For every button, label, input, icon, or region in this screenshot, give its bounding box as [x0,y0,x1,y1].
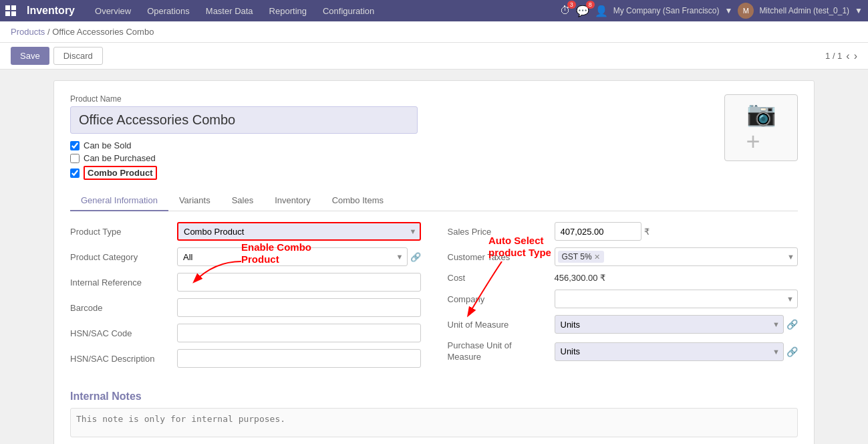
internal-reference-label: Internal Reference [70,278,177,288]
main-content: Enable ComboProduct Auto Selectproduct T… [0,70,868,444]
product-category-external-link-icon[interactable]: 🔗 [410,252,421,262]
uom-select[interactable]: Units kg g [555,315,784,334]
nav-configuration[interactable]: Configuration [316,0,381,21]
breadcrumb-parent[interactable]: Products [11,27,45,37]
uom-select-wrapper: Units kg g ▼ [555,315,784,334]
product-name-input[interactable] [70,106,418,134]
sales-price-input[interactable] [555,222,641,241]
app-title: Inventory [27,5,75,17]
nav-items: Overview Operations Master Data Reportin… [88,0,560,21]
contacts-icon[interactable]: 👤 [595,5,608,17]
internal-notes-textarea[interactable] [70,408,798,437]
combo-product-row[interactable]: Combo Product [70,166,798,180]
combo-product-checkbox[interactable] [70,169,80,178]
company-select[interactable] [555,290,799,308]
product-type-row: Product Type Combo Product Storable Prod… [70,222,421,241]
toolbar: Save Discard 1 / 1 ‹ › [0,43,868,70]
product-type-select[interactable]: Combo Product Storable Product Consumabl… [177,222,421,241]
messages-badge[interactable]: 💬 8 [576,5,589,17]
barcode-label: Barcode [70,303,177,313]
gst-tax-remove[interactable]: ✕ [594,253,600,261]
can-be-sold-label: Can be Sold [84,140,132,150]
nav-right: ⏱ 3 💬 8 👤 My Company (San Francisco) ▼ M… [560,3,863,19]
product-flags: Can be Sold Can be Purchased Combo Produ… [70,140,798,180]
cost-value: 456,300.00 ₹ [555,273,606,283]
product-form: Enable ComboProduct Auto Selectproduct T… [53,80,815,444]
page-info: 1 / 1 [825,51,842,61]
form-fields: Product Type Combo Product Storable Prod… [70,222,798,374]
internal-reference-row: Internal Reference [70,273,421,292]
prev-page-button[interactable]: ‹ [846,50,849,62]
gst-tax-tag: GST 5% ✕ [558,251,604,263]
left-fields: Product Type Combo Product Storable Prod… [70,222,421,374]
top-navigation: Inventory Overview Operations Master Dat… [0,0,868,21]
messages-count: 8 [586,1,595,9]
tab-combo-items[interactable]: Combo Items [321,191,394,211]
hsn-code-input[interactable] [177,324,421,342]
save-button[interactable]: Save [11,47,49,65]
internal-notes-section: Internal Notes [70,391,798,439]
purchase-uom-label: Purchase Unit ofMeasure [448,340,555,363]
company-selector[interactable]: My Company (San Francisco) [613,6,720,15]
uom-external-link-icon[interactable]: 🔗 [786,319,798,330]
camera-icon: 📷+ [746,100,776,156]
internal-reference-input[interactable] [177,273,421,292]
product-image[interactable]: 📷+ [724,94,798,161]
breadcrumb-current: Office Accessories Combo [52,27,154,37]
taxes-arrow-icon: ▼ [787,253,794,261]
discard-button[interactable]: Discard [53,47,103,65]
product-type-label: Product Type [70,227,177,237]
nav-operations[interactable]: Operations [140,0,196,21]
tab-general-information[interactable]: General Information [70,191,168,211]
can-be-purchased-label: Can be Purchased [84,153,156,163]
nav-reporting[interactable]: Reporting [263,0,313,21]
barcode-input[interactable] [177,298,421,317]
hsn-desc-label: HSN/SAC Description [70,354,177,364]
internal-notes-title: Internal Notes [70,391,798,403]
product-category-row: Product Category All ▼ 🔗 [70,247,421,266]
user-avatar[interactable]: M [738,3,754,19]
product-category-select[interactable]: All [177,247,408,266]
activity-count: 3 [567,1,576,9]
toolbar-actions: Save Discard [11,47,103,65]
purchase-uom-external-link-icon[interactable]: 🔗 [786,346,798,357]
uom-wrapper: Units kg g ▼ 🔗 [555,315,799,334]
pagination: 1 / 1 ‹ › [825,50,857,62]
can-be-sold-row[interactable]: Can be Sold [70,140,798,150]
arrow-auto-select [462,261,542,328]
sales-price-wrapper: ₹ [555,222,799,241]
annotation-auto-select: Auto Selectproduct Type [488,235,551,259]
purchase-uom-select[interactable]: Units kg g [555,342,784,361]
barcode-row: Barcode [70,298,421,317]
product-category-wrapper: All ▼ [177,247,408,266]
tab-sales[interactable]: Sales [221,191,265,211]
tab-variants[interactable]: Variants [168,191,221,211]
user-name[interactable]: Mitchell Admin (test_0_1) [759,6,849,15]
can-be-purchased-row[interactable]: Can be Purchased [70,153,798,163]
breadcrumb: Products / Office Accessories Combo [0,21,868,43]
grid-icon [5,5,16,16]
hsn-code-label: HSN/SAC Code [70,328,177,338]
product-tabs: General Information Variants Sales Inven… [70,191,798,211]
hsn-code-row: HSN/SAC Code [70,324,421,342]
purchase-uom-row: Purchase Unit ofMeasure Units kg g ▼ 🔗 [448,340,799,363]
hsn-desc-row: HSN/SAC Description [70,349,421,368]
tab-inventory[interactable]: Inventory [264,191,321,211]
product-name-label: Product Name [70,94,798,104]
hsn-desc-input[interactable] [177,349,421,368]
app-logo-area[interactable]: Inventory [5,5,75,17]
purchase-uom-wrapper: Units kg g ▼ 🔗 [555,342,799,361]
nav-overview[interactable]: Overview [88,0,138,21]
customer-taxes-wrapper[interactable]: GST 5% ✕ ▼ [555,247,799,266]
activity-badge[interactable]: ⏱ 3 [560,5,571,17]
can-be-sold-checkbox[interactable] [70,141,80,150]
gst-tax-label: GST 5% [562,252,592,261]
company-wrapper: ▼ [555,290,799,308]
can-be-purchased-checkbox[interactable] [70,154,80,163]
product-type-wrapper: Combo Product Storable Product Consumabl… [177,222,421,241]
product-category-label: Product Category [70,252,177,262]
sales-price-currency: ₹ [644,227,649,237]
combo-product-label: Combo Product [84,166,157,180]
nav-master-data[interactable]: Master Data [199,0,260,21]
next-page-button[interactable]: › [854,50,857,62]
